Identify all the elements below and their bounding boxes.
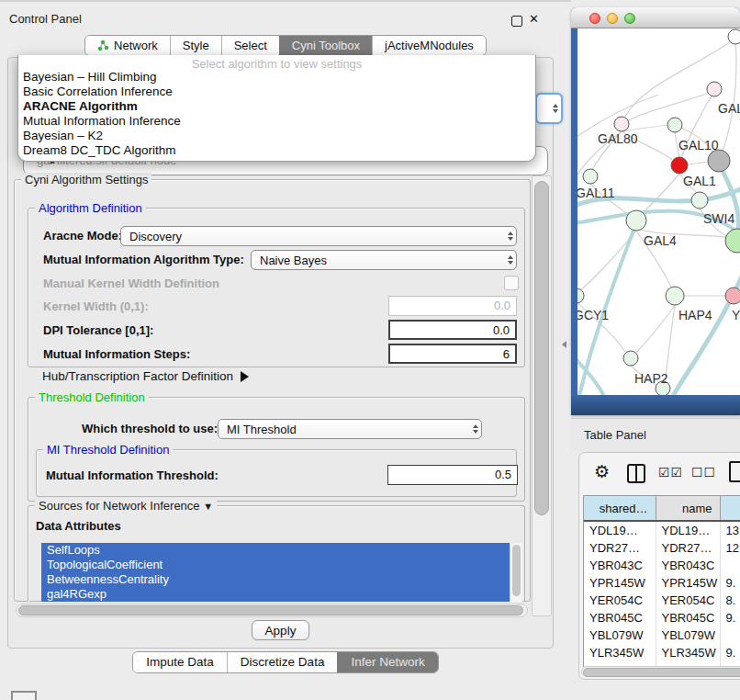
settings-vertical-scrollbar[interactable] bbox=[532, 175, 552, 616]
node-gcy1[interactable] bbox=[577, 288, 584, 303]
data-attribute-item[interactable]: TopologicalCoefficient bbox=[41, 558, 510, 572]
node-label: Y bbox=[732, 308, 740, 322]
algorithm-option[interactable]: Mutual Information Inference bbox=[18, 114, 535, 129]
table-row[interactable]: YLR345W YLR345W 9. bbox=[584, 644, 740, 661]
app-root: { "colors": { "selection_blue": "#3d6dc4… bbox=[0, 0, 740, 700]
node-hap4[interactable] bbox=[666, 287, 684, 305]
data-attribute-item[interactable]: SelfLoops bbox=[41, 543, 510, 558]
network-window-titlebar[interactable] bbox=[571, 7, 740, 28]
tab-discretize-data[interactable]: Discretize Data bbox=[227, 652, 338, 672]
close-traffic-light-icon[interactable] bbox=[589, 13, 600, 24]
mi-steps-label: Mutual Information Steps: bbox=[43, 347, 190, 361]
table-row[interactable]: YBR045C YBR045C 9. bbox=[584, 609, 740, 627]
which-threshold-label: Which threshold to use: bbox=[82, 422, 218, 435]
network-window-bottom-frame bbox=[571, 395, 740, 415]
scrollbar-thumb[interactable] bbox=[512, 545, 521, 596]
focused-combo-fragment[interactable] bbox=[535, 93, 563, 124]
attributes-scrollbar[interactable] bbox=[510, 543, 522, 602]
kernel-width-field[interactable]: 0.0 bbox=[388, 296, 517, 316]
tab-infer-network[interactable]: Infer Network bbox=[337, 652, 437, 672]
table-panel-title: Table Panel bbox=[584, 428, 646, 442]
algorithm-options: Bayesian – Hill Climbing Basic Correlati… bbox=[18, 70, 535, 158]
algorithm-option[interactable]: Basic Correlation Inference bbox=[18, 85, 535, 99]
column-header-clipped[interactable] bbox=[720, 496, 740, 521]
manual-kernel-width-label: Manual Kernel Width Definition bbox=[43, 277, 219, 290]
node-gal4[interactable] bbox=[626, 210, 646, 231]
sources-toggle[interactable]: Sources for Network Inference ▼ bbox=[35, 499, 217, 513]
settings-gear-icon[interactable]: ⚙ bbox=[594, 461, 610, 482]
node-swi4[interactable] bbox=[691, 192, 708, 209]
apply-button[interactable]: Apply bbox=[252, 620, 310, 640]
table-row[interactable]: YPR145W YPR145W 9. bbox=[584, 574, 740, 592]
minimize-traffic-light-icon[interactable] bbox=[607, 13, 618, 24]
column-header-shared-name[interactable]: shared… bbox=[584, 496, 656, 521]
columns-icon[interactable] bbox=[627, 464, 645, 483]
mi-threshold-field[interactable]: 0.5 bbox=[387, 465, 518, 485]
scrollbar-thumb[interactable] bbox=[18, 605, 523, 615]
node-bright-green[interactable] bbox=[725, 229, 740, 253]
node-label: GAL11 bbox=[577, 186, 615, 200]
select-all-checkboxes-icon[interactable]: ☑☑ bbox=[658, 465, 683, 480]
docked-panel-icon[interactable] bbox=[11, 691, 37, 700]
tab-cyni-toolbox[interactable]: Cyni Toolbox bbox=[279, 36, 372, 55]
aracne-mode-combobox[interactable]: Discovery bbox=[120, 226, 517, 246]
document-icon[interactable] bbox=[729, 461, 740, 482]
which-threshold-combobox[interactable]: MI Threshold bbox=[218, 419, 482, 439]
node-gal1-red[interactable] bbox=[671, 157, 688, 174]
node-gal11[interactable] bbox=[583, 169, 598, 184]
hub-section-toggle[interactable]: Hub/Transcription Factor Definition bbox=[42, 369, 249, 383]
combo-spinner-icon bbox=[508, 231, 513, 241]
dpi-tolerance-field[interactable]: 0.0 bbox=[388, 320, 517, 340]
tab-impute-data[interactable]: Impute Data bbox=[133, 652, 227, 672]
zoom-traffic-light-icon[interactable] bbox=[624, 13, 635, 24]
tab-network[interactable]: Network bbox=[85, 36, 170, 55]
node-hap2[interactable] bbox=[623, 351, 638, 366]
scrollbar-thumb[interactable] bbox=[583, 668, 740, 677]
tab-style[interactable]: Style bbox=[170, 36, 221, 55]
table-row[interactable]: YDR27… YDR27… 12 bbox=[584, 539, 740, 557]
mi-algorithm-type-label: Mutual Information Algorithm Type: bbox=[43, 253, 244, 266]
scrollbar-thumb[interactable] bbox=[534, 181, 549, 515]
aracne-mode-label: Aracne Mode: bbox=[43, 229, 122, 243]
node-label: HAP4 bbox=[678, 308, 712, 322]
algorithm-option[interactable]: ARACNE Algorithm bbox=[18, 99, 535, 114]
splitter-collapse-icon[interactable] bbox=[562, 341, 566, 348]
mi-steps-field[interactable]: 6 bbox=[388, 344, 517, 364]
algorithm-option[interactable]: Bayesian – K2 bbox=[18, 129, 535, 143]
float-window-icon[interactable] bbox=[511, 16, 522, 27]
manual-kernel-width-checkbox[interactable] bbox=[504, 276, 519, 290]
group-title: Algorithm Definition bbox=[35, 201, 146, 215]
node-gray[interactable] bbox=[708, 150, 730, 172]
settings-horizontal-scrollbar[interactable] bbox=[16, 604, 528, 617]
node-gal-partial[interactable] bbox=[707, 82, 722, 96]
node-gal10[interactable] bbox=[667, 118, 682, 132]
node-table: shared… name YDL19… YDL19… 13 YDR27… Y bbox=[583, 495, 740, 667]
close-icon[interactable]: ✕ bbox=[529, 12, 539, 26]
algorithm-option[interactable]: Dream8 DC_TDC Algorithm bbox=[18, 143, 535, 158]
table-header-row: shared… name bbox=[584, 496, 740, 521]
cyni-bottom-tabbar: Impute Data Discretize Data Infer Networ… bbox=[0, 651, 571, 673]
node-gal80[interactable] bbox=[614, 117, 629, 131]
column-header-name[interactable]: name bbox=[656, 496, 720, 521]
network-canvas[interactable]: GAL GAL80 GAL10 GAL1 GAL11 SWI4 GAL4 GCY… bbox=[577, 28, 740, 395]
network-icon bbox=[97, 40, 109, 51]
node-y-partial[interactable] bbox=[725, 288, 740, 304]
table-row[interactable]: YDL19… YDL19… 13 bbox=[584, 521, 740, 539]
tab-select[interactable]: Select bbox=[221, 36, 279, 55]
table-panel: ⚙ ☑☑ ☐☐ shared… name YDL19… YDL19… bbox=[578, 452, 740, 680]
table-row[interactable]: YBL079W YBL079W bbox=[584, 627, 740, 644]
data-attribute-item[interactable]: BetweennessCentrality bbox=[41, 572, 510, 587]
tab-jactivemnodules[interactable]: jActiveMNodules bbox=[372, 36, 486, 55]
table-row[interactable]: YER054C YER054C 8. bbox=[584, 592, 740, 609]
deselect-all-checkboxes-icon[interactable]: ☐☐ bbox=[691, 465, 716, 480]
mi-algorithm-type-combobox[interactable]: Naive Bayes bbox=[251, 250, 517, 270]
combo-spinner-icon bbox=[508, 255, 513, 265]
table-row[interactable]: YBR043C YBR043C bbox=[584, 557, 740, 574]
node-label: GAL bbox=[718, 101, 740, 116]
algorithm-option[interactable]: Bayesian – Hill Climbing bbox=[18, 70, 535, 85]
data-attribute-item[interactable]: gal4RGexp bbox=[41, 587, 510, 602]
node-unlabeled[interactable] bbox=[728, 29, 740, 44]
algorithm-dropdown: Select algorithm to view settings Bayesi… bbox=[17, 55, 536, 162]
node-label: HAP2 bbox=[634, 371, 668, 386]
table-horizontal-scrollbar[interactable] bbox=[581, 666, 740, 677]
